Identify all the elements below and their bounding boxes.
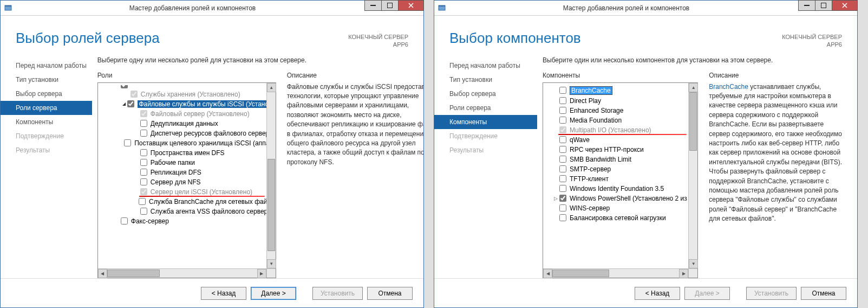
destination-info: КОНЕЧНЫЙ СЕРВЕР APP6: [348, 30, 408, 49]
minimize-button[interactable]: [364, 0, 382, 11]
close-button[interactable]: [398, 0, 424, 11]
checkbox[interactable]: [140, 208, 147, 215]
item-label: Media Foundation: [570, 117, 622, 124]
checkbox[interactable]: [140, 149, 147, 156]
list-item[interactable]: [98, 85, 276, 89]
checkbox[interactable]: [559, 117, 566, 124]
list-item[interactable]: Служба BranchCache для сетевых файлов: [98, 197, 276, 207]
checkbox[interactable]: [559, 136, 566, 143]
list-item[interactable]: Windows Identity Foundation 3.5: [547, 184, 697, 194]
checkbox[interactable]: [559, 195, 566, 202]
nav-step[interactable]: Перед началом работы: [1, 59, 92, 73]
checkbox[interactable]: [559, 87, 566, 94]
nav-step[interactable]: Выбор сервера: [434, 87, 537, 101]
nav-step[interactable]: Выбор сервера: [1, 87, 92, 101]
scroll-left-icon[interactable]: ◀: [543, 269, 552, 278]
checkbox[interactable]: [140, 178, 147, 185]
maximize-button[interactable]: [381, 0, 399, 11]
checkbox[interactable]: [559, 156, 566, 163]
list-item[interactable]: Диспетчер ресурсов файлового сервера: [98, 129, 276, 138]
nav-step[interactable]: Компоненты: [1, 115, 92, 129]
checkbox[interactable]: [559, 175, 566, 182]
nav-step[interactable]: Роли сервера: [1, 101, 92, 115]
list-item[interactable]: Дедупликация данных: [98, 119, 276, 129]
list-item[interactable]: Direct Play: [547, 96, 697, 106]
vertical-scrollbar[interactable]: ▲ ▼: [266, 83, 276, 268]
checkbox[interactable]: [559, 185, 566, 192]
scroll-right-icon[interactable]: ▶: [257, 269, 266, 278]
expand-icon[interactable]: ◢: [121, 101, 128, 106]
list-item[interactable]: ◢Файловые службы и службы iSCSI (Установ…: [98, 99, 276, 109]
scroll-thumb-h[interactable]: [107, 270, 160, 277]
scroll-up-icon[interactable]: ▲: [267, 83, 276, 92]
horizontal-scrollbar[interactable]: ◀ ▶: [98, 268, 266, 278]
list-item[interactable]: Факс-сервер: [98, 216, 276, 226]
checkbox[interactable]: [124, 139, 131, 146]
description-text: Файловые службы и службы iSCSI предостав…: [287, 82, 423, 168]
checkbox[interactable]: [559, 107, 566, 114]
nav-step[interactable]: Тип установки: [1, 73, 92, 87]
checkbox[interactable]: [140, 159, 147, 166]
list-item[interactable]: Пространства имен DFS: [98, 148, 276, 158]
scroll-thumb[interactable]: [267, 159, 275, 251]
list-item[interactable]: TFTP-клиент: [547, 174, 697, 184]
list-item[interactable]: SMB Bandwidth Limit: [547, 155, 697, 164]
checkbox[interactable]: [140, 169, 147, 176]
item-label: Факс-сервер: [131, 217, 169, 225]
scroll-left-icon[interactable]: ◀: [98, 269, 107, 278]
checkbox[interactable]: [121, 217, 128, 224]
back-button[interactable]: < Назад: [201, 287, 246, 300]
horizontal-scrollbar[interactable]: ◀ ▶: [543, 268, 688, 278]
nav-step: Подтверждение: [434, 129, 537, 143]
scroll-down-icon[interactable]: ▼: [267, 259, 276, 268]
features-listbox[interactable]: BranchCacheDirect PlayEnhanced StorageMe…: [543, 82, 698, 278]
checkbox[interactable]: [559, 204, 566, 211]
minimize-button[interactable]: [798, 0, 815, 11]
page-header: Выбор ролей сервера КОНЕЧНЫЙ СЕРВЕР APP6: [1, 16, 423, 54]
checkbox[interactable]: [140, 120, 147, 127]
scroll-right-icon[interactable]: ▶: [679, 269, 688, 278]
checkbox[interactable]: [127, 100, 134, 107]
checkbox[interactable]: [121, 85, 128, 88]
checkbox[interactable]: [559, 214, 566, 221]
list-item[interactable]: BranchCache: [547, 85, 697, 96]
list-item[interactable]: ▷Windows PowerShell (Установлено 2 из 5): [547, 194, 697, 203]
scroll-thumb-h[interactable]: [552, 270, 609, 277]
scroll-thumb[interactable]: [689, 92, 697, 151]
nav-step[interactable]: Тип установки: [434, 73, 537, 87]
maximize-button[interactable]: [815, 0, 832, 11]
list-item[interactable]: Media Foundation: [547, 116, 697, 125]
nav-step[interactable]: Компоненты: [434, 115, 537, 129]
checkbox[interactable]: [140, 130, 147, 137]
list-item[interactable]: Служба агента VSS файлового сервера: [98, 207, 276, 216]
cancel-button[interactable]: Отмена: [801, 287, 846, 300]
roles-listbox[interactable]: Службы хранения (Установлено)◢Файловые с…: [97, 82, 276, 278]
list-item[interactable]: WINS-сервер: [547, 203, 697, 213]
close-button[interactable]: [832, 0, 858, 11]
item-label: Диспетчер ресурсов файлового сервера: [151, 130, 273, 137]
back-button[interactable]: < Назад: [635, 287, 680, 300]
checkbox[interactable]: [139, 198, 146, 205]
scroll-down-icon[interactable]: ▼: [689, 259, 698, 268]
list-item[interactable]: Enhanced Storage: [547, 106, 697, 116]
list-item[interactable]: qWave: [547, 135, 697, 145]
list-item[interactable]: Поставщик целевого хранилища iSCSI (аппа…: [98, 138, 276, 148]
list-item[interactable]: Репликация DFS: [98, 168, 276, 177]
list-item[interactable]: Сервер для NFS: [98, 177, 276, 187]
checkbox[interactable]: [559, 165, 566, 172]
list-item[interactable]: SMTP-сервер: [547, 164, 697, 174]
expand-icon[interactable]: ▷: [552, 196, 559, 201]
list-item[interactable]: Балансировка сетевой нагрузки: [547, 213, 697, 223]
page-title: Выбор ролей сервера: [16, 30, 160, 47]
svg-rect-7: [439, 5, 445, 7]
vertical-scrollbar[interactable]: ▲ ▼: [688, 83, 697, 268]
next-button[interactable]: Далее >: [251, 287, 296, 300]
checkbox[interactable]: [559, 146, 566, 153]
list-item[interactable]: RPC через HTTP-прокси: [547, 145, 697, 155]
list-item[interactable]: Рабочие папки: [98, 158, 276, 168]
scroll-up-icon[interactable]: ▲: [689, 83, 698, 92]
cancel-button[interactable]: Отмена: [367, 287, 413, 300]
nav-step[interactable]: Перед началом работы: [434, 59, 537, 73]
nav-step[interactable]: Роли сервера: [434, 101, 537, 115]
checkbox[interactable]: [559, 97, 566, 104]
